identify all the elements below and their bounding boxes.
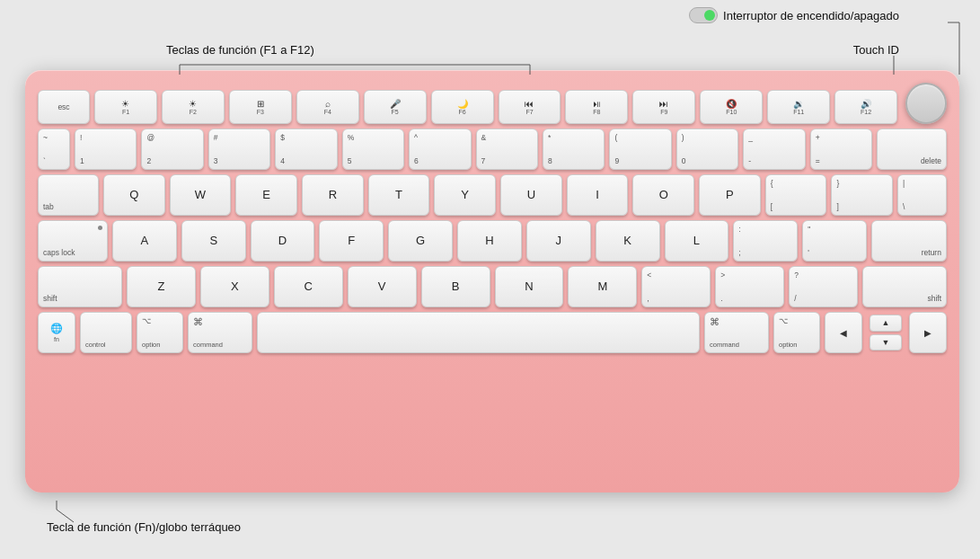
page-container: esc ☀ F1 ☀ F2 ⊞ F3 ⌕ F4 🎤 F5 xyxy=(0,0,980,559)
key-p[interactable]: P xyxy=(699,174,761,216)
keyboard: esc ☀ F1 ☀ F2 ⊞ F3 ⌕ F4 🎤 F5 xyxy=(25,70,959,492)
key-4[interactable]: $ 4 xyxy=(275,129,337,170)
key-m[interactable]: M xyxy=(568,266,637,307)
key-l[interactable]: L xyxy=(665,220,729,262)
key-f12[interactable]: 🔊 F12 xyxy=(834,90,897,124)
key-backtick[interactable]: ~ ` xyxy=(38,129,70,170)
key-h[interactable]: H xyxy=(457,220,522,262)
key-c[interactable]: C xyxy=(274,266,343,307)
key-arrow-right[interactable]: ▶ xyxy=(909,312,947,353)
key-open-bracket[interactable]: { [ xyxy=(765,174,827,216)
bottom-row: 🌐 fn control ⌥ option ⌘ command ⌘ comman… xyxy=(38,312,947,353)
key-command-left[interactable]: ⌘ command xyxy=(188,312,252,353)
key-period[interactable]: > . xyxy=(715,266,784,307)
key-u[interactable]: U xyxy=(500,174,562,216)
key-capslock[interactable]: caps lock xyxy=(38,220,108,262)
key-q[interactable]: Q xyxy=(103,174,165,216)
key-w[interactable]: W xyxy=(170,174,232,216)
key-8[interactable]: * 8 xyxy=(543,129,605,170)
key-touchid[interactable] xyxy=(905,83,947,124)
key-slash[interactable]: ? / xyxy=(789,266,858,307)
key-arrow-down[interactable]: ▼ xyxy=(870,334,902,351)
key-command-right[interactable]: ⌘ command xyxy=(704,312,769,353)
key-f4[interactable]: ⌕ F4 xyxy=(296,90,359,124)
key-b[interactable]: B xyxy=(421,266,490,307)
key-arrow-updown: ▲ ▼ xyxy=(867,312,905,353)
key-9[interactable]: ( 9 xyxy=(609,129,671,170)
key-z[interactable]: Z xyxy=(127,266,196,307)
key-option-right[interactable]: ⌥ option xyxy=(773,312,820,353)
key-equals[interactable]: + = xyxy=(810,129,872,170)
key-t[interactable]: T xyxy=(368,174,430,216)
key-comma[interactable]: < , xyxy=(641,266,711,307)
key-f9[interactable]: ⏭ F9 xyxy=(632,90,695,124)
key-tab[interactable]: tab xyxy=(38,174,99,216)
key-o[interactable]: O xyxy=(632,174,694,216)
key-f[interactable]: F xyxy=(319,220,384,262)
key-shift-right[interactable]: shift xyxy=(862,266,947,307)
key-arrow-left[interactable]: ◀ xyxy=(825,312,862,353)
key-f3[interactable]: ⊞ F3 xyxy=(229,90,292,124)
key-f2[interactable]: ☀ F2 xyxy=(162,90,225,124)
key-space[interactable] xyxy=(257,312,700,353)
key-v[interactable]: V xyxy=(348,266,417,307)
toggle-switch-icon xyxy=(689,7,718,23)
fn-key-row: esc ☀ F1 ☀ F2 ⊞ F3 ⌕ F4 🎤 F5 xyxy=(38,83,947,124)
key-3[interactable]: # 3 xyxy=(208,129,270,170)
key-j[interactable]: J xyxy=(526,220,591,262)
key-y[interactable]: Y xyxy=(434,174,496,216)
key-option-left[interactable]: ⌥ option xyxy=(137,312,183,353)
key-return[interactable]: return xyxy=(871,220,947,262)
key-f1[interactable]: ☀ F1 xyxy=(94,90,157,124)
caps-lock-indicator xyxy=(98,226,102,230)
label-fn-globe: Tecla de función (Fn)/globo terráqueo xyxy=(47,520,241,534)
key-e[interactable]: E xyxy=(235,174,297,216)
key-f7[interactable]: ⏮ F7 xyxy=(499,90,561,124)
key-g[interactable]: G xyxy=(388,220,453,262)
key-5[interactable]: % 5 xyxy=(342,129,404,170)
key-r[interactable]: R xyxy=(302,174,364,216)
key-f10[interactable]: 🔇 F10 xyxy=(700,90,763,124)
label-power-switch: Interruptor de encendido/apagado xyxy=(689,7,899,23)
key-6[interactable]: ^ 6 xyxy=(409,129,471,170)
key-0[interactable]: ) 0 xyxy=(676,129,738,170)
key-7[interactable]: & 7 xyxy=(476,129,538,170)
shift-row: shift Z X C V B N M < , > . ? / shift xyxy=(38,266,947,307)
key-close-bracket[interactable]: } ] xyxy=(831,174,893,216)
key-2[interactable]: @ 2 xyxy=(141,129,203,170)
key-a[interactable]: A xyxy=(112,220,177,262)
key-minus[interactable]: _ - xyxy=(743,129,805,170)
svg-line-6 xyxy=(57,510,74,522)
key-n[interactable]: N xyxy=(495,266,564,307)
key-x[interactable]: X xyxy=(200,266,269,307)
tab-row: tab Q W E R T Y U I O P { [ } ] | \ xyxy=(38,174,947,216)
num-row: ~ ` ! 1 @ 2 # 3 $ 4 % 5 xyxy=(38,129,947,170)
key-arrow-up[interactable]: ▲ xyxy=(870,315,902,332)
key-k[interactable]: K xyxy=(596,220,660,262)
key-backslash[interactable]: | \ xyxy=(897,174,947,216)
caps-row: caps lock A S D F G H J K L : ; " ' retu… xyxy=(38,220,947,262)
key-1[interactable]: ! 1 xyxy=(75,129,137,170)
key-shift-left[interactable]: shift xyxy=(38,266,122,307)
key-semicolon[interactable]: : ; xyxy=(733,220,798,262)
label-touchid: Touch ID xyxy=(853,43,899,57)
key-f11[interactable]: 🔉 F11 xyxy=(767,90,830,124)
key-s[interactable]: S xyxy=(181,220,246,262)
key-f8[interactable]: ⏯ F8 xyxy=(565,90,628,124)
key-i[interactable]: I xyxy=(567,174,629,216)
key-fn[interactable]: 🌐 fn xyxy=(38,312,75,353)
key-f6[interactable]: 🌙 F6 xyxy=(431,90,494,124)
key-quote[interactable]: " ' xyxy=(802,220,867,262)
key-esc[interactable]: esc xyxy=(38,90,90,124)
key-delete[interactable]: delete xyxy=(877,129,947,170)
key-f5[interactable]: 🎤 F5 xyxy=(364,90,427,124)
key-d[interactable]: D xyxy=(251,220,315,262)
key-control[interactable]: control xyxy=(80,312,132,353)
label-function-keys: Teclas de función (F1 a F12) xyxy=(166,43,314,57)
